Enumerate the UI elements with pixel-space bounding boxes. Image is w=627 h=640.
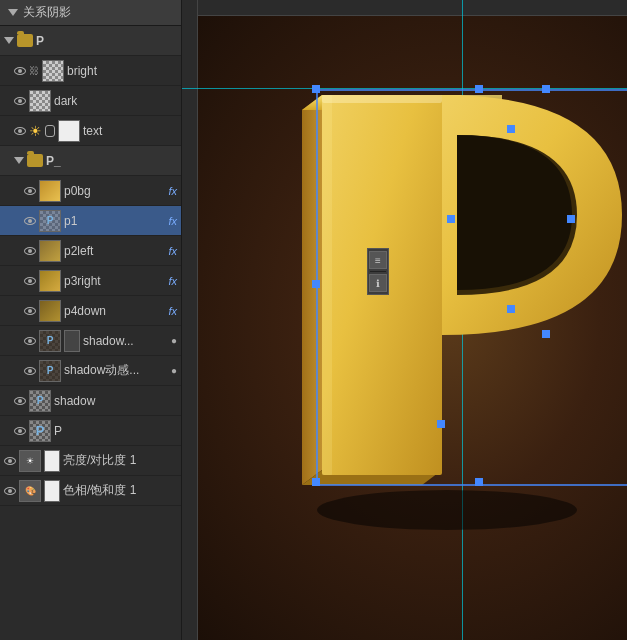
panel-title: 关系阴影 bbox=[23, 4, 71, 21]
subgroup-arrow bbox=[14, 157, 24, 164]
fx-badge: fx bbox=[168, 245, 177, 257]
svg-rect-19 bbox=[507, 305, 515, 313]
layer-name-P-single: P bbox=[54, 424, 177, 438]
layer-thumbnail: P bbox=[39, 330, 61, 352]
float-btn-menu[interactable]: ≡ bbox=[369, 251, 387, 269]
layer-name-p3right: p3right bbox=[64, 274, 163, 288]
svg-rect-20 bbox=[437, 420, 445, 428]
folder-icon bbox=[17, 34, 33, 47]
visibility-eye[interactable] bbox=[14, 97, 26, 105]
panel-header: 关系阴影 bbox=[0, 0, 181, 26]
layer-thumbnail: 🎨 bbox=[19, 480, 41, 502]
layer-name-hue-sat: 色相/饱和度 1 bbox=[63, 482, 177, 499]
fx-badge: fx bbox=[168, 215, 177, 227]
layer-thumbnail bbox=[42, 60, 64, 82]
layer-name-brightness: 亮度/对比度 1 bbox=[63, 452, 177, 469]
svg-rect-11 bbox=[475, 478, 483, 486]
visibility-eye[interactable] bbox=[24, 217, 36, 225]
group-arrow bbox=[4, 37, 14, 44]
smart-filter-dot: ● bbox=[171, 335, 177, 346]
layer-name-p0bg: p0bg bbox=[64, 184, 163, 198]
canvas-letter-P bbox=[262, 50, 627, 530]
layer-item-dark[interactable]: dark bbox=[0, 86, 181, 116]
layer-item-shadow-move[interactable]: P shadow动感... ● bbox=[0, 356, 181, 386]
layer-name-shadow-move: shadow动感... bbox=[64, 362, 168, 379]
layer-item-p3right[interactable]: p3right fx bbox=[0, 266, 181, 296]
layer-item-shadow-dot[interactable]: P shadow... ● bbox=[0, 326, 181, 356]
chain-icon: ⛓ bbox=[29, 65, 39, 76]
visibility-eye[interactable] bbox=[14, 427, 26, 435]
ruler-left bbox=[182, 0, 198, 640]
svg-rect-5 bbox=[312, 85, 320, 93]
layer-mask-thumbnail bbox=[44, 450, 60, 472]
layer-name-P-group: P bbox=[36, 34, 177, 48]
layer-item-P-group[interactable]: P bbox=[0, 26, 181, 56]
visibility-eye[interactable] bbox=[24, 337, 36, 345]
layer-item-p1[interactable]: P p1 fx bbox=[0, 206, 181, 236]
layer-item-P-subgroup[interactable]: P_ bbox=[0, 146, 181, 176]
visibility-eye[interactable] bbox=[24, 277, 36, 285]
svg-rect-18 bbox=[507, 125, 515, 133]
layer-item-brightness[interactable]: ☀ 亮度/对比度 1 bbox=[0, 446, 181, 476]
svg-point-0 bbox=[317, 490, 577, 530]
layer-item-text[interactable]: ☀ text bbox=[0, 116, 181, 146]
layer-thumbnail bbox=[39, 270, 61, 292]
svg-rect-14 bbox=[542, 85, 550, 93]
visibility-eye[interactable] bbox=[14, 127, 26, 135]
fx-badge: fx bbox=[168, 185, 177, 197]
layer-thumbnail bbox=[39, 180, 61, 202]
svg-rect-6 bbox=[475, 85, 483, 93]
visibility-eye[interactable] bbox=[24, 367, 36, 375]
ruler-top bbox=[182, 0, 627, 16]
fx-badge: fx bbox=[168, 305, 177, 317]
smart-filter-dot2: ● bbox=[171, 365, 177, 376]
layer-mask-thumbnail bbox=[64, 330, 80, 352]
layer-name-shadow-dot: shadow... bbox=[83, 334, 168, 348]
layer-name-p2left: p2left bbox=[64, 244, 163, 258]
layer-item-p2left[interactable]: p2left fx bbox=[0, 236, 181, 266]
visibility-eye[interactable] bbox=[4, 457, 16, 465]
visibility-eye[interactable] bbox=[4, 487, 16, 495]
layer-name-dark: dark bbox=[54, 94, 177, 108]
visibility-eye[interactable] bbox=[24, 247, 36, 255]
float-btn-info[interactable]: ℹ bbox=[369, 274, 387, 292]
layer-item-shadow[interactable]: P shadow bbox=[0, 386, 181, 416]
layer-thumbnail bbox=[29, 90, 51, 112]
layer-thumbnail: ☀ bbox=[19, 450, 41, 472]
layer-thumbnail: P bbox=[29, 420, 51, 442]
visibility-eye[interactable] bbox=[24, 307, 36, 315]
layer-name-p1: p1 bbox=[64, 214, 163, 228]
visibility-eye[interactable] bbox=[24, 187, 36, 195]
svg-rect-8 bbox=[312, 280, 320, 288]
svg-rect-17 bbox=[567, 215, 575, 223]
layer-thumbnail bbox=[39, 240, 61, 262]
layer-thumbnail: P bbox=[39, 360, 61, 382]
visibility-eye[interactable] bbox=[14, 397, 26, 405]
canvas-area: ≡ ℹ bbox=[182, 0, 627, 640]
layer-thumbnail: P bbox=[39, 210, 61, 232]
layer-thumbnail bbox=[58, 120, 80, 142]
layer-thumbnail: P bbox=[29, 390, 51, 412]
layer-name-P-subgroup: P_ bbox=[46, 154, 177, 168]
svg-rect-3 bbox=[322, 95, 332, 475]
visibility-eye[interactable] bbox=[14, 67, 26, 75]
layer-name-text: text bbox=[83, 124, 177, 138]
folder-icon bbox=[27, 154, 43, 167]
sun-icon: ☀ bbox=[29, 123, 42, 139]
collapse-arrow[interactable] bbox=[8, 9, 18, 16]
float-panel: ≡ ℹ bbox=[367, 248, 389, 295]
layers-list: P ⛓ bright dark ☀ text P_ bbox=[0, 26, 181, 640]
link-icon bbox=[45, 125, 55, 137]
svg-rect-10 bbox=[312, 478, 320, 486]
layer-name-p4down: p4down bbox=[64, 304, 163, 318]
layer-item-p4down[interactable]: p4down fx bbox=[0, 296, 181, 326]
layer-name-shadow: shadow bbox=[54, 394, 177, 408]
layers-panel: 关系阴影 P ⛓ bright dark ☀ text bbox=[0, 0, 182, 640]
svg-rect-16 bbox=[447, 215, 455, 223]
fx-badge: fx bbox=[168, 275, 177, 287]
layer-item-hue-sat[interactable]: 🎨 色相/饱和度 1 bbox=[0, 476, 181, 506]
svg-rect-2 bbox=[322, 95, 442, 103]
layer-item-bright[interactable]: ⛓ bright bbox=[0, 56, 181, 86]
layer-item-p0bg[interactable]: p0bg fx bbox=[0, 176, 181, 206]
layer-item-P-single[interactable]: P P bbox=[0, 416, 181, 446]
